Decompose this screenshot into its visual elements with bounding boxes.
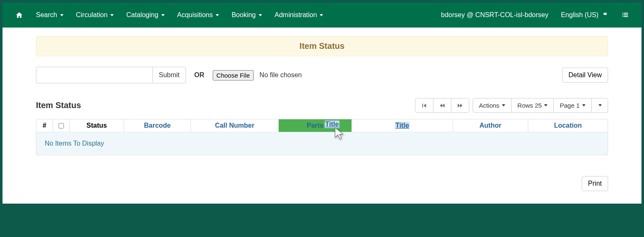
col-status[interactable]: Status xyxy=(70,119,124,132)
input-row: Submit OR Choose File No file chosen Det… xyxy=(36,67,608,83)
caret-icon xyxy=(161,14,165,16)
nav-search[interactable]: Search xyxy=(30,4,70,26)
user-label: bdorsey @ CNSRT-COL-isl-bdorsey xyxy=(441,11,548,19)
caret-icon xyxy=(582,104,585,106)
caret-icon xyxy=(110,14,114,16)
actions-label: Actions xyxy=(479,102,499,109)
nav-label: Acquisitions xyxy=(177,11,213,19)
nav-label: Search xyxy=(36,11,57,19)
no-file-label: No file chosen xyxy=(260,71,302,79)
data-grid: # Status Barcode Call Number Parts Title… xyxy=(36,119,608,155)
caret-icon xyxy=(259,14,262,16)
grid-empty-message: No Items To Display xyxy=(36,132,608,155)
backward-icon xyxy=(439,103,445,108)
page-prev-button[interactable] xyxy=(433,98,451,113)
col-number[interactable]: # xyxy=(36,119,53,132)
page-next-button[interactable] xyxy=(451,98,469,113)
list-icon xyxy=(621,12,629,18)
menu-toggle[interactable] xyxy=(615,4,635,26)
nav-administration[interactable]: Administration xyxy=(268,4,329,26)
select-all-checkbox[interactable] xyxy=(59,123,64,129)
page-label: Page 1 xyxy=(560,102,580,109)
page-menu[interactable]: Page 1 xyxy=(553,98,592,113)
svg-rect-2 xyxy=(622,15,623,15)
page-first-button[interactable] xyxy=(415,98,433,113)
home-icon xyxy=(15,11,23,19)
choose-file-button[interactable]: Choose File xyxy=(213,70,254,81)
nav-circulation[interactable]: Circulation xyxy=(70,4,120,26)
nav-booking[interactable]: Booking xyxy=(225,4,268,26)
svg-rect-4 xyxy=(622,16,623,17)
col-parts-label: Parts xyxy=(307,122,323,129)
col-title-label: Title xyxy=(395,122,410,129)
svg-rect-0 xyxy=(622,13,623,14)
lang-menu[interactable]: English (US) xyxy=(555,4,615,26)
caret-icon xyxy=(320,14,323,16)
detail-view-button[interactable]: Detail View xyxy=(562,68,608,83)
col-checkbox xyxy=(53,119,70,132)
nav-label: Administration xyxy=(275,11,317,19)
grid-header: # Status Barcode Call Number Parts Title… xyxy=(36,119,608,132)
col-parts[interactable]: Parts Title xyxy=(279,119,352,132)
caret-icon xyxy=(544,104,547,106)
home-link[interactable] xyxy=(9,4,30,26)
caret-icon xyxy=(502,104,505,106)
print-button[interactable]: Print xyxy=(582,176,608,191)
svg-rect-1 xyxy=(624,13,628,14)
svg-rect-3 xyxy=(624,15,628,15)
rows-label: Rows 25 xyxy=(517,102,542,109)
step-backward-icon xyxy=(421,103,427,108)
col-location[interactable]: Location xyxy=(528,119,608,132)
page-title: Item Status xyxy=(36,36,608,56)
nav-cataloging[interactable]: Cataloging xyxy=(120,4,171,26)
flag-icon xyxy=(602,12,609,18)
cursor-icon xyxy=(333,127,346,141)
caret-icon xyxy=(598,104,602,106)
rows-menu[interactable]: Rows 25 xyxy=(511,98,554,113)
nav-label: Circulation xyxy=(76,11,108,19)
grid-toolbar: Actions Rows 25 Page 1 xyxy=(415,98,608,113)
caret-icon xyxy=(60,14,64,16)
or-label: OR xyxy=(194,71,204,79)
caret-icon xyxy=(216,14,219,16)
grid-title: Item Status xyxy=(36,101,81,110)
col-title[interactable]: Title xyxy=(352,119,453,132)
barcode-input[interactable] xyxy=(36,67,153,83)
forward-icon xyxy=(457,103,463,108)
col-author[interactable]: Author xyxy=(453,119,528,132)
col-barcode[interactable]: Barcode xyxy=(124,119,191,132)
navbar: Search Circulation Cataloging Acquisitio… xyxy=(3,3,641,28)
config-menu[interactable] xyxy=(591,98,608,113)
nav-acquisitions[interactable]: Acquisitions xyxy=(171,4,225,26)
submit-button[interactable]: Submit xyxy=(153,67,186,83)
nav-label: Cataloging xyxy=(126,11,158,19)
nav-label: Booking xyxy=(232,11,256,19)
actions-menu[interactable]: Actions xyxy=(473,98,512,113)
lang-label: English (US) xyxy=(561,11,598,19)
svg-rect-5 xyxy=(624,16,628,17)
user-menu[interactable]: bdorsey @ CNSRT-COL-isl-bdorsey xyxy=(435,4,555,26)
col-call-number[interactable]: Call Number xyxy=(191,119,279,132)
